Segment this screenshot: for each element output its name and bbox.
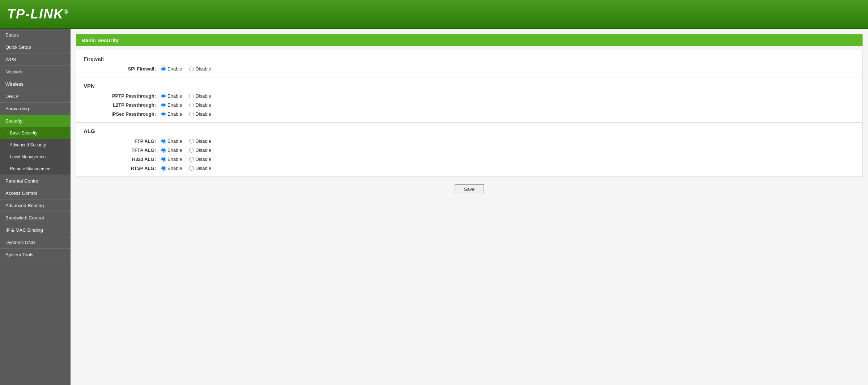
label-ftp-alg: FTP ALG: (91, 138, 156, 144)
radio-label-rtsp-alg-enable[interactable]: Enable (161, 166, 182, 171)
label-ipsec-passthrough: IPSec Passthrough: (91, 111, 156, 117)
radio-label-l2tp-passthrough-disable[interactable]: Disable (189, 102, 211, 108)
sidebar-item-dhcp[interactable]: DHCP (0, 90, 71, 103)
sidebar-item-quick-setup[interactable]: Quick Setup (0, 41, 71, 54)
radio-h323-alg-enable[interactable] (161, 157, 166, 162)
form-row-l2tp-passthrough: L2TP Passthrough:EnableDisable (84, 102, 855, 108)
radio-text-rtsp-alg-disable: Disable (195, 166, 211, 171)
sidebar-item-forwarding[interactable]: Forwarding (0, 103, 71, 115)
radio-spi-firewall-enable[interactable] (161, 67, 166, 71)
radio-label-h323-alg-disable[interactable]: Disable (189, 157, 211, 162)
radio-label-spi-firewall-enable[interactable]: Enable (161, 66, 182, 72)
radio-group-h323-alg: EnableDisable (161, 157, 217, 162)
registered-symbol: ® (64, 9, 69, 15)
label-rtsp-alg: RTSP ALG: (91, 166, 156, 171)
radio-l2tp-passthrough-enable[interactable] (161, 103, 166, 107)
radio-h323-alg-disable[interactable] (189, 157, 194, 162)
radio-label-ftp-alg-disable[interactable]: Disable (189, 138, 211, 144)
radio-label-ipsec-passthrough-enable[interactable]: Enable (161, 111, 182, 117)
radio-label-tftp-alg-enable[interactable]: Enable (161, 147, 182, 153)
label-pptp-passthrough: PPTP Passthrough: (91, 93, 156, 99)
radio-text-spi-firewall-disable: Disable (195, 66, 211, 72)
radio-spi-firewall-disable[interactable] (189, 67, 194, 71)
radio-label-h323-alg-enable[interactable]: Enable (161, 157, 182, 162)
radio-ftp-alg-disable[interactable] (189, 139, 194, 144)
radio-l2tp-passthrough-disable[interactable] (189, 103, 194, 107)
radio-group-spi-firewall: EnableDisable (161, 66, 217, 72)
radio-rtsp-alg-disable[interactable] (189, 166, 194, 171)
sidebar-item-security[interactable]: Security (0, 115, 71, 127)
radio-text-pptp-passthrough-enable: Enable (167, 93, 182, 99)
radio-text-ftp-alg-enable: Enable (167, 138, 182, 144)
form-row-ipsec-passthrough: IPSec Passthrough:EnableDisable (84, 111, 855, 117)
radio-text-ftp-alg-disable: Disable (195, 138, 211, 144)
radio-text-l2tp-passthrough-disable: Disable (195, 102, 211, 108)
sidebar-item-basic-security[interactable]: - Basic Security (0, 127, 71, 139)
radio-label-rtsp-alg-disable[interactable]: Disable (189, 166, 211, 171)
radio-group-rtsp-alg: EnableDisable (161, 166, 217, 171)
label-h323-alg: H323 ALG: (91, 157, 156, 162)
radio-group-l2tp-passthrough: EnableDisable (161, 102, 217, 108)
sidebar-item-wireless[interactable]: Wireless (0, 78, 71, 90)
section-title-alg: ALG (84, 128, 855, 134)
radio-label-pptp-passthrough-disable[interactable]: Disable (189, 93, 211, 99)
form-row-tftp-alg: TFTP ALG:EnableDisable (84, 147, 855, 153)
radio-label-tftp-alg-disable[interactable]: Disable (189, 147, 211, 153)
form-row-h323-alg: H323 ALG:EnableDisable (84, 157, 855, 162)
radio-rtsp-alg-enable[interactable] (161, 166, 166, 171)
sidebar-item-local-management[interactable]: - Local Management (0, 151, 71, 163)
radio-label-pptp-passthrough-enable[interactable]: Enable (161, 93, 182, 99)
radio-group-pptp-passthrough: EnableDisable (161, 93, 217, 99)
radio-group-tftp-alg: EnableDisable (161, 147, 217, 153)
radio-text-pptp-passthrough-disable: Disable (195, 93, 211, 99)
sidebar-item-dynamic-dns[interactable]: Dynamic DNS (0, 236, 71, 249)
radio-tftp-alg-enable[interactable] (161, 148, 166, 153)
sidebar-item-status[interactable]: Status (0, 29, 71, 41)
radio-text-l2tp-passthrough-enable: Enable (167, 102, 182, 108)
sidebar-item-system-tools[interactable]: System Tools (0, 249, 71, 261)
radio-text-ipsec-passthrough-enable: Enable (167, 111, 182, 117)
radio-label-ipsec-passthrough-disable[interactable]: Disable (189, 111, 211, 117)
sidebar-item-access-control[interactable]: Access Control (0, 187, 71, 200)
form-row-pptp-passthrough: PPTP Passthrough:EnableDisable (84, 93, 855, 99)
radio-label-spi-firewall-disable[interactable]: Disable (189, 66, 211, 72)
sidebar-item-advanced-routing[interactable]: Advanced Routing (0, 200, 71, 212)
save-button[interactable]: Save (455, 184, 484, 194)
radio-text-tftp-alg-enable: Enable (167, 147, 182, 153)
radio-ipsec-passthrough-enable[interactable] (161, 112, 166, 116)
radio-label-l2tp-passthrough-enable[interactable]: Enable (161, 102, 182, 108)
page-title: Basic Security (76, 34, 863, 46)
label-tftp-alg: TFTP ALG: (91, 147, 156, 153)
radio-tftp-alg-disable[interactable] (189, 148, 194, 153)
radio-label-ftp-alg-enable[interactable]: Enable (161, 138, 182, 144)
sidebar-item-network[interactable]: Network (0, 66, 71, 78)
radio-text-rtsp-alg-enable: Enable (167, 166, 182, 171)
label-spi-firewall: SPI Firewall: (91, 66, 156, 72)
radio-group-ipsec-passthrough: EnableDisable (161, 111, 217, 117)
section-title-vpn: VPN (84, 83, 855, 89)
sidebar-item-bandwidth-control[interactable]: Bandwidth Control (0, 212, 71, 224)
section-title-firewall: Firewall (84, 56, 855, 62)
section-vpn: VPNPPTP Passthrough:EnableDisableL2TP Pa… (76, 77, 862, 123)
radio-ipsec-passthrough-disable[interactable] (189, 112, 194, 116)
section-firewall: FirewallSPI Firewall:EnableDisable (76, 50, 862, 77)
radio-ftp-alg-enable[interactable] (161, 139, 166, 144)
radio-pptp-passthrough-enable[interactable] (161, 94, 166, 98)
sidebar-item-wps[interactable]: WPS (0, 54, 71, 66)
form-row-spi-firewall: SPI Firewall:EnableDisable (84, 66, 855, 72)
form-row-ftp-alg: FTP ALG:EnableDisable (84, 138, 855, 144)
sidebar-item-parental-control[interactable]: Parental Control (0, 175, 71, 187)
radio-text-spi-firewall-enable: Enable (167, 66, 182, 72)
sidebar-item-ip-mac-binding[interactable]: IP & MAC Binding (0, 224, 71, 236)
main-content: Basic Security FirewallSPI Firewall:Enab… (71, 29, 868, 385)
radio-pptp-passthrough-disable[interactable] (189, 94, 194, 98)
radio-text-ipsec-passthrough-disable: Disable (195, 111, 211, 117)
sidebar-item-advanced-security[interactable]: - Advanced Security (0, 139, 71, 151)
label-l2tp-passthrough: L2TP Passthrough: (91, 102, 156, 108)
radio-text-h323-alg-enable: Enable (167, 157, 182, 162)
section-alg: ALGFTP ALG:EnableDisableTFTP ALG:EnableD… (76, 123, 862, 176)
save-area: Save (76, 177, 863, 201)
header: TP-LINK® (0, 0, 868, 29)
layout: StatusQuick SetupWPSNetworkWirelessDHCPF… (0, 29, 868, 385)
sidebar-item-remote-management[interactable]: - Remote Management (0, 163, 71, 175)
